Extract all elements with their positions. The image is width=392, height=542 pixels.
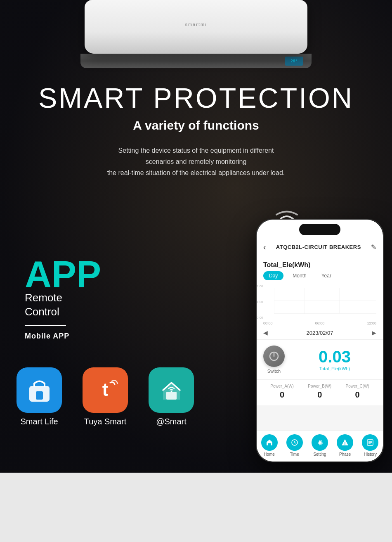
power-a-item: Power_A(W) 0 [270, 384, 294, 400]
power-a-value: 0 [270, 390, 294, 400]
bottom-section [0, 473, 392, 542]
app-remote-text: Remote Control [25, 291, 101, 319]
nav-setting[interactable]: Setting [312, 434, 328, 457]
energy-unit: Total_Ele(kWh) [293, 366, 376, 371]
ac-brand-label: smartmi [185, 22, 207, 27]
date-nav: ◀ 2023/02/07 ▶ [257, 326, 383, 339]
phone-mockup: ‹ ATQCB2L-CIRCUIT BREAKERS ✎ Total_Ele(k… [256, 219, 384, 462]
phone-edit-button[interactable]: ✎ [371, 243, 376, 251]
at-smart-icon-box [149, 367, 194, 413]
energy-label: Total_Ele(kWh) [257, 257, 383, 271]
app-mobile-label: Mobile APP [25, 332, 101, 341]
ac-display: 26° [285, 57, 303, 66]
svg-rect-4 [166, 392, 177, 400]
app-icon-smart-life[interactable]: Smart Life [17, 367, 62, 426]
app-icon-tuya[interactable]: t Tuya Smart [83, 367, 128, 426]
nav-history[interactable]: History [362, 434, 378, 457]
date-next-button[interactable]: ▶ [372, 329, 376, 336]
chart-x-2: 12:00 [367, 321, 376, 325]
device-controls: Switch 0.03 Total_Ele(kWh) [257, 339, 383, 379]
smart-life-icon [26, 377, 53, 404]
power-switch-button[interactable] [263, 346, 285, 367]
chart-area: 2.00 1.00 0.00 00:00 06:00 12:00 [257, 284, 383, 326]
nav-time[interactable]: Time [286, 434, 303, 457]
time-tabs: Day Month Year [257, 271, 383, 284]
chart-x-1: 06:00 [315, 321, 325, 325]
app-icon-at-smart[interactable]: @Smart [149, 367, 194, 426]
phone-title: ATQCB2L-CIRCUIT BREAKERS [276, 244, 361, 250]
power-c-label: Power_C(W) [346, 384, 369, 388]
phone-notch [299, 224, 340, 235]
power-b-label: Power_B(W) [308, 384, 331, 388]
nav-phase[interactable]: Phase [337, 434, 353, 457]
switch-container: Switch [263, 346, 285, 374]
nav-time-label: Time [290, 452, 299, 457]
energy-value-container: 0.03 Total_Ele(kWh) [293, 348, 376, 371]
phone-bottom-nav: Home Time [257, 431, 383, 462]
energy-number: 0.03 [293, 348, 376, 365]
hero-content: SMART PROTECTION A variety of functions … [0, 83, 392, 178]
at-smart-label: @Smart [156, 417, 187, 426]
svg-point-21 [345, 444, 345, 445]
ac-unit: smartmi 26° [80, 0, 312, 68]
power-b-item: Power_B(W) 0 [308, 384, 331, 400]
date-display: 2023/02/07 [306, 330, 333, 336]
smart-life-icon-box [17, 367, 62, 413]
svg-rect-14 [268, 443, 271, 445]
tab-month[interactable]: Month [287, 271, 312, 280]
at-smart-icon [158, 377, 185, 404]
power-c-item: Power_C(W) 0 [346, 384, 369, 400]
description-text: Setting the device status of the equipme… [72, 145, 320, 179]
app-icons-section: Smart Life t Tuya Smart [17, 367, 194, 426]
svg-text:t: t [102, 379, 108, 400]
phone-screen: ‹ ATQCB2L-CIRCUIT BREAKERS ✎ Total_Ele(k… [257, 220, 383, 462]
chart-y-1: 1.00 [257, 300, 263, 304]
tuya-label: Tuya Smart [84, 417, 127, 426]
chart-svg [263, 288, 376, 319]
chart-y-0: 0.00 [257, 316, 263, 320]
svg-line-17 [295, 443, 296, 443]
tuya-icon-box: t [83, 367, 128, 413]
phone-back-button[interactable]: ‹ [263, 242, 266, 252]
sub-title: A variety of functions [17, 118, 375, 133]
app-section: APP Remote Control Mobile APP [25, 256, 101, 341]
tuya-icon: t [92, 377, 119, 404]
nav-home[interactable]: Home [261, 434, 278, 457]
svg-point-5 [170, 391, 172, 392]
date-prev-button[interactable]: ◀ [263, 329, 268, 336]
tab-year[interactable]: Year [316, 271, 337, 280]
switch-label: Switch [267, 369, 281, 374]
nav-setting-label: Setting [313, 452, 326, 457]
setting-nav-icon [312, 434, 328, 451]
power-b-value: 0 [308, 390, 331, 400]
history-nav-icon [362, 434, 378, 451]
app-divider [25, 325, 66, 326]
chart-x-0: 00:00 [263, 321, 273, 325]
chart-y-labels: 2.00 1.00 0.00 [257, 284, 263, 320]
app-big-text: APP [25, 256, 101, 293]
main-title: SMART PROTECTION [17, 83, 375, 114]
top-section: smartmi 26° SMART PROTECTION A variety o… [0, 0, 392, 473]
chart-x-labels: 00:00 06:00 12:00 [263, 321, 376, 325]
svg-rect-2 [36, 391, 43, 400]
smart-life-label: Smart Life [20, 417, 58, 426]
nav-phase-label: Phase [339, 452, 351, 457]
power-icon [269, 351, 279, 362]
chart-y-2: 2.00 [257, 284, 263, 288]
nav-home-label: Home [264, 452, 275, 457]
phase-nav-icon [337, 434, 353, 451]
tab-day[interactable]: Day [263, 271, 283, 280]
home-nav-icon [261, 434, 278, 451]
power-readings: Power_A(W) 0 Power_B(W) 0 Power_C(W) 0 [257, 379, 383, 405]
power-a-label: Power_A(W) [270, 384, 294, 388]
nav-history-label: History [364, 452, 377, 457]
power-c-value: 0 [346, 390, 369, 400]
time-nav-icon [286, 434, 303, 451]
